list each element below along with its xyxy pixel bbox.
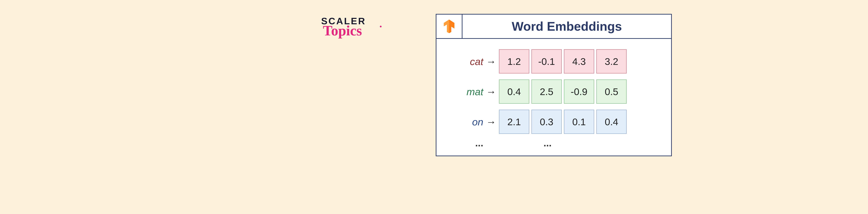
arrow-icon: → xyxy=(483,116,499,128)
vector-cells: 1.2-0.14.33.2 xyxy=(499,49,627,74)
arrow-icon: → xyxy=(483,56,499,67)
embedding-row-on: on→2.10.30.10.4 xyxy=(448,110,659,134)
vector-cell: 0.3 xyxy=(531,110,562,134)
vector-cells: 2.10.30.10.4 xyxy=(499,110,627,134)
vector-cell: 0.5 xyxy=(596,79,627,104)
vector-cell: 3.2 xyxy=(596,49,627,74)
embeddings-panel: Word Embeddings cat→1.2-0.14.33.2mat→0.4… xyxy=(436,14,672,156)
tensorflow-logo-box xyxy=(436,14,462,38)
embedding-row-cat: cat→1.2-0.14.33.2 xyxy=(448,49,659,74)
vector-cell: -0.1 xyxy=(531,49,562,74)
vector-cell: 0.1 xyxy=(564,110,594,134)
panel-title: Word Embeddings xyxy=(462,14,671,38)
ellipsis-words: ... xyxy=(448,137,483,149)
vector-cell: 0.4 xyxy=(596,110,627,134)
vector-cell: 0.4 xyxy=(499,79,529,104)
vector-cells: 0.42.5-0.90.5 xyxy=(499,79,627,104)
panel-body: cat→1.2-0.14.33.2mat→0.42.5-0.90.5on→2.1… xyxy=(436,39,671,155)
embedding-row-mat: mat→0.42.5-0.90.5 xyxy=(448,79,659,104)
scaler-topics-logo: SCALER Topics xyxy=(321,15,396,39)
vector-cell: 2.5 xyxy=(531,79,562,104)
logo-dot xyxy=(380,26,381,27)
vector-cell: 2.1 xyxy=(499,110,529,134)
vector-cell: -0.9 xyxy=(564,79,594,104)
word-label: mat xyxy=(448,86,483,98)
vector-cell: 1.2 xyxy=(499,49,529,74)
svg-marker-3 xyxy=(449,23,452,33)
word-label: on xyxy=(448,116,483,128)
logo-text-bottom: Topics xyxy=(323,23,396,39)
svg-marker-2 xyxy=(447,23,449,33)
ellipsis-row: ... ... xyxy=(448,137,659,149)
ellipsis-vectors: ... xyxy=(499,137,596,149)
tensorflow-icon xyxy=(441,19,457,34)
word-label: cat xyxy=(448,56,483,67)
vector-cell: 4.3 xyxy=(564,49,594,74)
arrow-icon: → xyxy=(483,86,499,98)
panel-header: Word Embeddings xyxy=(436,14,671,39)
